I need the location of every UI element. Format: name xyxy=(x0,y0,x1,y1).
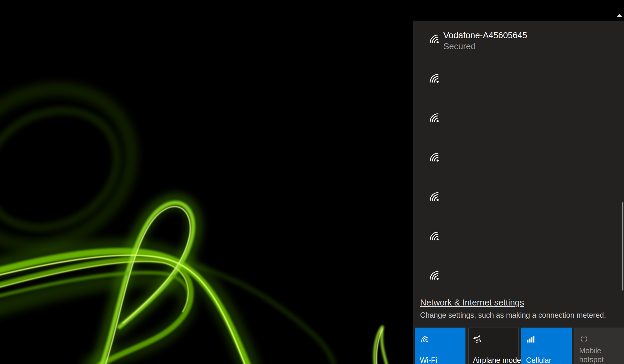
cellular-icon xyxy=(526,334,536,344)
wifi-signal-icon xyxy=(428,230,441,242)
wifi-signal-icon xyxy=(428,269,441,282)
tile-airplane-mode[interactable]: Airplane mode xyxy=(468,328,519,364)
wifi-signal-icon xyxy=(428,33,441,45)
network-name: Vodafone-A45605645 xyxy=(443,30,527,41)
tile-label: Cellular xyxy=(526,356,569,364)
scrollbar-thumb[interactable] xyxy=(622,202,623,291)
tile-label: Airplane mode xyxy=(473,356,516,364)
airplane-icon xyxy=(473,334,482,344)
wifi-signal-icon xyxy=(428,72,441,85)
wifi-signal-icon xyxy=(428,111,441,124)
wifi-network-item[interactable] xyxy=(413,60,621,99)
tile-wifi[interactable]: Wi-Fi xyxy=(415,328,465,364)
wifi-network-item[interactable] xyxy=(413,257,621,297)
wifi-network-item[interactable] xyxy=(413,218,621,257)
tile-mobile-hotspot[interactable]: Mobile hotspot xyxy=(574,328,624,364)
wifi-signal-icon xyxy=(428,151,441,164)
network-info: Vodafone-A45605645 Secured xyxy=(443,30,527,52)
mobile-hotspot-icon xyxy=(579,334,589,344)
settings-section: Network & Internet settings Change setti… xyxy=(420,298,606,320)
tile-cellular[interactable]: Cellular xyxy=(521,328,572,364)
tile-label: Mobile hotspot xyxy=(579,346,623,364)
wifi-network-item[interactable] xyxy=(413,99,621,139)
wifi-network-item[interactable]: Vodafone-A45605645 Secured xyxy=(413,21,621,60)
wifi-network-list: Vodafone-A45605645 Secured xyxy=(413,21,621,297)
settings-hint-text: Change settings, such as making a connec… xyxy=(420,311,606,320)
network-status: Secured xyxy=(443,41,527,52)
wifi-network-item[interactable] xyxy=(413,178,621,218)
network-settings-link[interactable]: Network & Internet settings xyxy=(420,298,524,308)
wifi-network-item[interactable] xyxy=(413,139,621,178)
wifi-signal-icon xyxy=(428,190,441,203)
quick-actions: Wi-Fi Airplane mode Cellular xyxy=(415,328,624,364)
wifi-icon xyxy=(420,334,429,344)
network-flyout: Vodafone-A45605645 Secured xyxy=(413,21,624,364)
tile-label: Wi-Fi xyxy=(420,356,463,364)
scroll-up-arrow-icon[interactable] xyxy=(617,14,622,17)
